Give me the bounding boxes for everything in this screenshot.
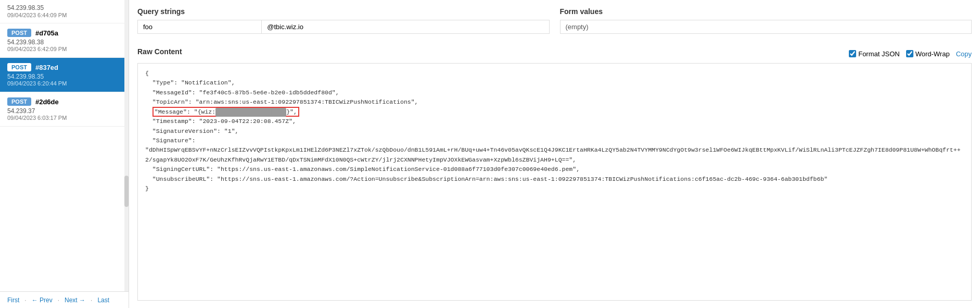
json-messageid-line: "MessageId": "fe3f40c5-87b5-5e6e-b2e0-1d… — [145, 89, 339, 96]
main-content: Query strings foo @tbic.wiz.io Form valu… — [129, 0, 980, 308]
scrollbar-thumb[interactable] — [124, 176, 129, 207]
query-key: foo — [138, 20, 262, 34]
form-values-section: Form values (empty) — [560, 7, 972, 40]
sidebar-footer: First · ← Prev · Next → · Last — [0, 291, 129, 308]
raw-content-header: Raw Content Format JSON Word-Wrap Copy — [137, 47, 972, 60]
item-time-3: 09/04/2023 6:03:17 PM — [7, 115, 121, 121]
sidebar-item-1[interactable]: POST #d705a 54.239.98.38 09/04/2023 6:42… — [0, 23, 129, 58]
format-json-label[interactable]: Format JSON — [849, 50, 899, 58]
item-hash-3: #2d6de — [35, 98, 59, 106]
json-timestamp-line: "Timestamp": "2023-09-04T22:20:08.457Z", — [145, 118, 296, 125]
query-strings-title: Query strings — [137, 7, 550, 16]
sidebar-item-2[interactable]: POST #837ed 54.239.98.35 09/04/2023 6:20… — [0, 58, 129, 92]
item-hash-1: #d705a — [35, 29, 58, 37]
nav-last[interactable]: Last — [95, 295, 111, 305]
message-highlight: "Message": "{wiz:████████████████████}", — [152, 107, 299, 117]
format-json-text: Format JSON — [858, 50, 899, 58]
scrollbar-track[interactable] — [124, 0, 129, 292]
sidebar-item-3[interactable]: POST #2d6de 54.239.37 09/04/2023 6:03:17… — [0, 92, 129, 127]
word-wrap-label[interactable]: Word-Wrap — [906, 50, 950, 58]
json-unsubscribeurl-line: "UnsubscribeURL": "https://sns.us-east-1… — [145, 176, 828, 182]
top-section: Query strings foo @tbic.wiz.io Form valu… — [137, 7, 972, 40]
item-ip-3: 54.239.37 — [7, 107, 121, 115]
method-badge-2: POST — [7, 63, 31, 71]
json-sigversion-line: "SignatureVersion": "1", — [145, 128, 238, 134]
nav-first[interactable]: First — [5, 295, 21, 305]
json-line-close: } — [145, 185, 149, 192]
json-line-open: { — [145, 70, 149, 77]
item-time-2: 09/04/2023 6:20:44 PM — [7, 80, 121, 87]
raw-content-controls: Format JSON Word-Wrap Copy — [849, 50, 972, 58]
query-value: @tbic.wiz.io — [262, 20, 549, 34]
nav-next[interactable]: Next → — [62, 295, 87, 305]
word-wrap-text: Word-Wrap — [915, 50, 950, 58]
method-badge-3: POST — [7, 97, 31, 106]
word-wrap-checkbox[interactable] — [906, 50, 913, 57]
item-hash-2: #837ed — [35, 64, 58, 71]
redacted-value: ████████████████████ — [215, 108, 286, 117]
raw-content-box[interactable]: { "Type": "Notification", "MessageId": "… — [137, 63, 972, 301]
json-signingcerturl-line: "SigningCertURL": "https://sns.us-east-1… — [145, 166, 580, 173]
json-type-line: "Type": "Notification", — [145, 79, 235, 86]
sidebar-top-ip: 54.239.98.35 09/04/2023 6:44:09 PM — [0, 0, 129, 23]
raw-content-title: Raw Content — [137, 47, 182, 56]
raw-content-section: Raw Content Format JSON Word-Wrap Copy {… — [137, 47, 972, 301]
item-ip-2: 54.239.98.35 — [7, 73, 121, 80]
query-strings-section: Query strings foo @tbic.wiz.io — [137, 7, 550, 40]
item-ip-1: 54.239.98.38 — [7, 39, 121, 46]
json-topicarn-line: "TopicArn": "arn:aws:sns:us-east-1:09229… — [145, 98, 418, 105]
sidebar: 54.239.98.35 09/04/2023 6:44:09 PM POST … — [0, 0, 129, 308]
copy-button[interactable]: Copy — [956, 50, 972, 58]
nav-prev[interactable]: ← Prev — [30, 295, 55, 305]
query-table: foo @tbic.wiz.io — [137, 20, 550, 34]
form-values-title: Form values — [560, 7, 972, 16]
json-message-line: "Message": "{wiz:████████████████████}", — [145, 107, 299, 117]
query-row: foo @tbic.wiz.io — [138, 20, 550, 34]
method-badge-1: POST — [7, 29, 31, 37]
item-time-1: 09/04/2023 6:42:09 PM — [7, 46, 121, 52]
format-json-checkbox[interactable] — [849, 50, 856, 57]
json-signature-line: "Signature": "dDhHISpWrqEBSvYF+nNzCrlsEI… — [145, 137, 961, 163]
form-values-content: (empty) — [560, 20, 972, 34]
